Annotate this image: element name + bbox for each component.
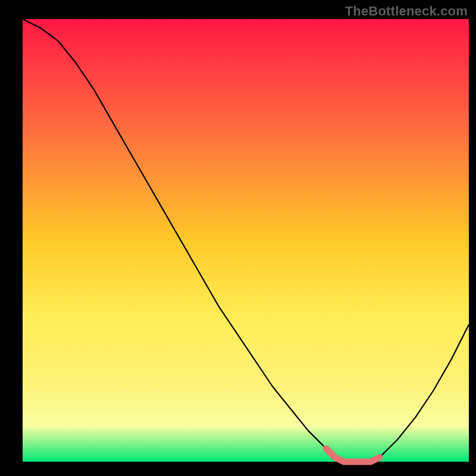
plot-background [23, 19, 469, 462]
chart-stage: TheBottleneck.com [0, 0, 476, 476]
bottleneck-chart [0, 0, 476, 476]
